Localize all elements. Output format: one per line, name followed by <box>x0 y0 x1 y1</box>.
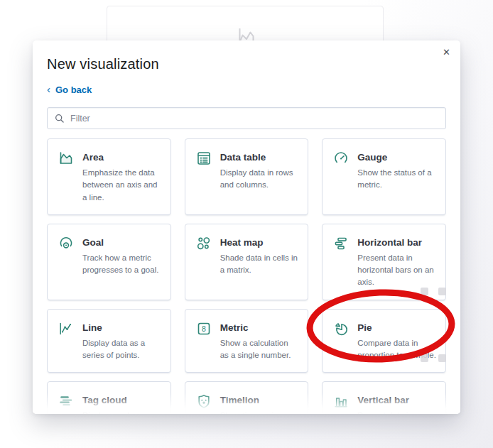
card-title: Vertical bar <box>357 395 436 405</box>
card-description: Compare data in proportion to a whole. <box>357 337 436 362</box>
viz-card-heat-map[interactable]: Heat map Shade data in cells in a matrix… <box>185 224 309 300</box>
card-title: Tag cloud <box>82 395 161 405</box>
viz-card-horizontal-bar[interactable]: Horizontal bar Present data in horizonta… <box>322 224 446 300</box>
card-title: Heat map <box>220 237 299 248</box>
go-back-label: Go back <box>55 84 92 95</box>
search-icon <box>55 114 65 124</box>
go-back-link[interactable]: ‹ Go back <box>47 84 92 95</box>
card-title: Horizontal bar <box>357 237 436 248</box>
viz-card-metric[interactable]: 8 Metric Show a calculation as a single … <box>185 309 309 373</box>
card-title: Area <box>82 152 161 163</box>
viz-card-data-table[interactable]: Data table Display data in rows and colu… <box>185 138 309 215</box>
card-description: Shade data in cells in a matrix. <box>220 252 299 277</box>
metric-icon: 8 <box>196 321 212 362</box>
data-table-icon <box>196 151 212 204</box>
line-chart-icon <box>58 321 74 362</box>
card-description: Display word frequency with font size. <box>82 410 161 414</box>
card-description: Display data in rows and columns. <box>220 167 299 192</box>
viz-card-gauge[interactable]: Gauge Show the status of a metric. <box>322 138 446 215</box>
card-description: Present data in vertical bars on an axis… <box>357 410 436 414</box>
viz-card-pie[interactable]: Pie Compare data in proportion to a whol… <box>322 309 446 373</box>
card-description: Show the status of a metric. <box>357 167 436 192</box>
viz-card-vertical-bar[interactable]: Vertical bar Present data in vertical ba… <box>322 381 446 414</box>
chevron-left-icon: ‹ <box>47 84 50 94</box>
card-title: Gauge <box>357 152 436 163</box>
card-title: Pie <box>357 322 436 333</box>
viz-card-area[interactable]: Area Emphasize the data between an axis … <box>47 138 171 215</box>
pie-chart-icon <box>333 321 349 362</box>
card-description: Show time series data on a graph. <box>220 410 299 414</box>
tag-cloud-icon <box>58 393 74 414</box>
heat-map-icon <box>196 236 212 289</box>
gauge-icon <box>333 151 349 204</box>
card-title: Goal <box>82 237 161 248</box>
card-title: Metric <box>220 322 299 333</box>
card-title: Line <box>82 322 161 333</box>
card-description: Show a calculation as a single number. <box>220 337 299 362</box>
card-title: Data table <box>220 152 299 163</box>
card-description: Emphasize the data between an axis and a… <box>82 167 161 204</box>
modal-title: New visualization <box>47 56 446 72</box>
timelion-icon <box>196 393 212 414</box>
viz-card-goal[interactable]: Goal Track how a metric progresses to a … <box>47 224 171 300</box>
card-description: Track how a metric progresses to a goal. <box>82 252 161 277</box>
svg-text:8: 8 <box>202 324 206 333</box>
area-chart-icon <box>58 151 74 204</box>
viz-card-tag-cloud[interactable]: Tag cloud Display word frequency with fo… <box>47 381 171 414</box>
horizontal-bar-icon <box>333 236 349 289</box>
card-description: Display data as a series of points. <box>82 337 161 362</box>
filter-search-box[interactable] <box>47 107 446 129</box>
viz-card-timelion[interactable]: Timelion Show time series data on a grap… <box>185 381 309 414</box>
filter-input[interactable] <box>70 114 438 124</box>
card-description: Present data in horizontal bars on an ax… <box>357 252 436 289</box>
viz-card-line[interactable]: Line Display data as a series of points. <box>47 309 171 373</box>
card-title: Timelion <box>220 395 299 405</box>
vertical-bar-icon <box>333 393 349 414</box>
new-visualization-modal: ✕ New visualization ‹ Go back Area Empha… <box>33 40 460 414</box>
visualization-card-grid: Area Emphasize the data between an axis … <box>47 138 446 414</box>
goal-icon <box>58 236 74 289</box>
